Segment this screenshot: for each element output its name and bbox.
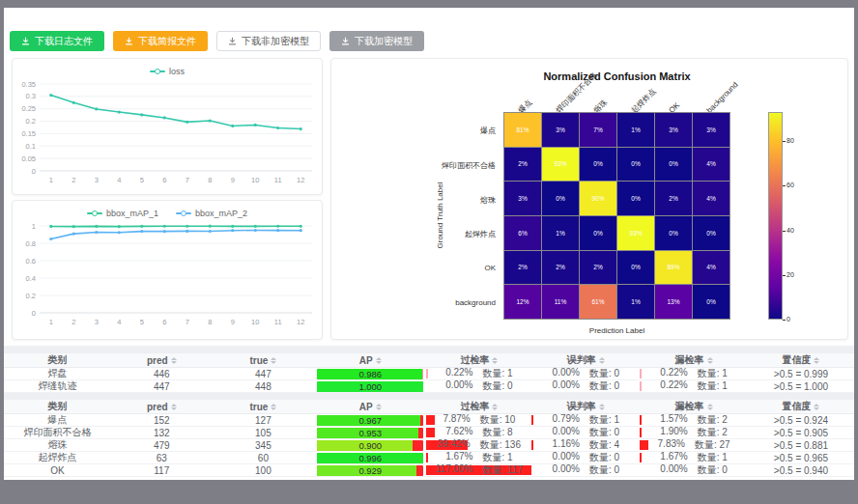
misjudge-rate-cell: 0.00%数量: 0 bbox=[531, 464, 640, 477]
sort-icon[interactable] bbox=[171, 357, 177, 364]
download-report-button[interactable]: 下载简报文件 bbox=[113, 31, 208, 51]
button-label: 下载加密模型 bbox=[355, 35, 413, 48]
sort-icon[interactable] bbox=[707, 404, 713, 410]
svg-text:11: 11 bbox=[274, 318, 282, 326]
svg-text:9: 9 bbox=[231, 318, 235, 326]
table-header-cell[interactable]: 误判率 bbox=[531, 353, 640, 368]
legend-item-bbox-map-2[interactable]: bbox_mAP_2 bbox=[176, 209, 247, 218]
svg-text:0: 0 bbox=[32, 167, 36, 176]
ap-bar-cell: 0.996 bbox=[314, 452, 426, 464]
matrix-column-label: background bbox=[706, 81, 740, 115]
over-detect-rate-cell: 7.87%数量: 10 bbox=[426, 414, 531, 427]
rate-bar bbox=[640, 381, 642, 391]
line-marker-icon bbox=[150, 70, 165, 72]
matrix-cell: 4% bbox=[693, 148, 729, 182]
sort-icon[interactable] bbox=[376, 357, 382, 364]
class-name-cell: 焊印面积不合格 bbox=[4, 427, 111, 439]
pred-count-cell: 446 bbox=[111, 368, 213, 380]
miss-rate-cell: 7.83%数量: 27 bbox=[640, 439, 748, 452]
pred-count-cell: 117 bbox=[111, 464, 213, 477]
sort-icon[interactable] bbox=[271, 404, 276, 410]
download-icon bbox=[125, 37, 133, 45]
matrix-cell: 0% bbox=[542, 182, 579, 215]
table-row: 焊缝轨迹4474481.0000.00%数量: 00.00%数量: 00.22%… bbox=[4, 380, 854, 393]
sort-icon[interactable] bbox=[707, 357, 713, 364]
rate-bar bbox=[640, 415, 642, 425]
download-log-button[interactable]: 下载日志文件 bbox=[10, 31, 104, 51]
table-header-cell[interactable]: AP bbox=[314, 353, 426, 368]
separator-band bbox=[4, 346, 854, 353]
sort-icon[interactable] bbox=[814, 357, 819, 364]
table-header-cell[interactable]: 过检率 bbox=[426, 353, 531, 368]
confidence-cell: >0.5 = 0.905 bbox=[748, 427, 854, 439]
matrix-cell: 0% bbox=[617, 182, 654, 215]
download-encrypted-model-button[interactable]: 下载加密模型 bbox=[329, 31, 424, 51]
svg-text:0.2: 0.2 bbox=[26, 117, 36, 126]
matrix-cell: 2% bbox=[580, 251, 616, 285]
matrix-row-label: 起焊炸点 bbox=[331, 229, 496, 239]
table-header-cell[interactable]: pred bbox=[111, 400, 213, 414]
svg-text:0.2: 0.2 bbox=[26, 292, 36, 300]
legend-label: bbox_mAP_1 bbox=[106, 209, 158, 218]
table-header-cell[interactable]: 置信度 bbox=[748, 353, 854, 368]
colorbar-tick: 40 bbox=[786, 227, 794, 234]
sort-icon[interactable] bbox=[599, 404, 605, 410]
matrix-row-label: 焊印面积不合格 bbox=[331, 160, 496, 171]
sort-icon[interactable] bbox=[492, 404, 498, 410]
table-header-cell[interactable]: 置信度 bbox=[748, 400, 854, 414]
true-count-cell: 60 bbox=[213, 452, 315, 464]
matrix-row-label: 爆点 bbox=[331, 126, 496, 136]
table-header-cell[interactable]: 过检率 bbox=[426, 400, 531, 414]
svg-text:0.1: 0.1 bbox=[26, 142, 36, 151]
matrix-cell: 0% bbox=[580, 148, 616, 182]
sort-icon[interactable] bbox=[271, 357, 276, 364]
table-header-cell[interactable]: true bbox=[213, 400, 315, 414]
legend-item-loss[interactable]: loss bbox=[150, 67, 185, 76]
table-row: 爆点1521270.9677.87%数量: 100.79%数量: 11.57%数… bbox=[4, 414, 854, 427]
svg-text:5: 5 bbox=[140, 176, 144, 184]
confidence-cell: >0.5 = 0.940 bbox=[748, 464, 854, 477]
table-header-cell: 类别 bbox=[4, 400, 111, 414]
over-detect-rate-cell: 0.00%数量: 0 bbox=[426, 380, 531, 393]
matrix-cell: 0% bbox=[655, 216, 692, 250]
table-header-cell[interactable]: true bbox=[213, 353, 315, 368]
matrix-row-label: OK bbox=[331, 264, 496, 272]
sort-icon[interactable] bbox=[492, 357, 498, 364]
sort-icon[interactable] bbox=[599, 357, 605, 364]
download-icon bbox=[341, 37, 350, 45]
table-header-cell[interactable]: 误判率 bbox=[531, 400, 640, 414]
matrix-cell: 3% bbox=[504, 182, 541, 215]
class-name-cell: 爆点 bbox=[4, 414, 111, 427]
table-row: 焊印面积不合格1321050.9537.62%数量: 80.00%数量: 01.… bbox=[4, 427, 854, 439]
sort-icon[interactable] bbox=[376, 404, 382, 410]
miss-rate-cell: 0.00%数量: 0 bbox=[640, 464, 748, 477]
svg-text:0.05: 0.05 bbox=[21, 154, 36, 163]
colorbar-tick: 80 bbox=[786, 137, 794, 144]
sort-icon[interactable] bbox=[814, 404, 819, 410]
table-row: 起焊炸点63600.9961.67%数量: 10.00%数量: 01.67%数量… bbox=[4, 452, 854, 464]
download-plain-model-button[interactable]: 下载非加密模型 bbox=[216, 31, 321, 51]
over-detect-rate-cell: 1.67%数量: 1 bbox=[426, 452, 531, 464]
matrix-cell: 6% bbox=[504, 216, 541, 250]
matrix-cell: 3% bbox=[542, 113, 579, 147]
line-marker-icon bbox=[87, 212, 102, 214]
misjudge-rate-cell: 0.00%数量: 0 bbox=[531, 452, 640, 464]
over-detect-rate-cell: 0.22%数量: 1 bbox=[426, 368, 531, 380]
table-header-cell[interactable]: AP bbox=[314, 400, 426, 414]
true-count-cell: 127 bbox=[213, 414, 315, 427]
matrix-cell: 1% bbox=[542, 216, 579, 250]
pred-count-cell: 132 bbox=[111, 427, 213, 439]
confusion-matrix-card: Normalized Confusion Matrix 爆点爆点焊印面积不合格焊… bbox=[330, 58, 848, 340]
over-detect-rate-cell: 39.42%数量: 136 bbox=[426, 439, 531, 452]
results-table-2: 类别predtrueAP过检率误判率漏检率置信度爆点1521270.9677.8… bbox=[4, 400, 854, 477]
table-header-cell[interactable]: 漏检率 bbox=[640, 400, 748, 414]
table-header-cell[interactable]: pred bbox=[111, 353, 213, 368]
sort-icon[interactable] bbox=[171, 404, 177, 410]
legend-item-bbox-map-1[interactable]: bbox_mAP_1 bbox=[87, 209, 158, 218]
svg-text:4: 4 bbox=[117, 318, 121, 326]
matrix-cell: 2% bbox=[542, 251, 579, 285]
table-header-cell[interactable]: 漏检率 bbox=[640, 353, 748, 368]
colorbar bbox=[768, 112, 783, 320]
svg-text:11: 11 bbox=[274, 176, 282, 184]
svg-text:8: 8 bbox=[208, 318, 212, 326]
